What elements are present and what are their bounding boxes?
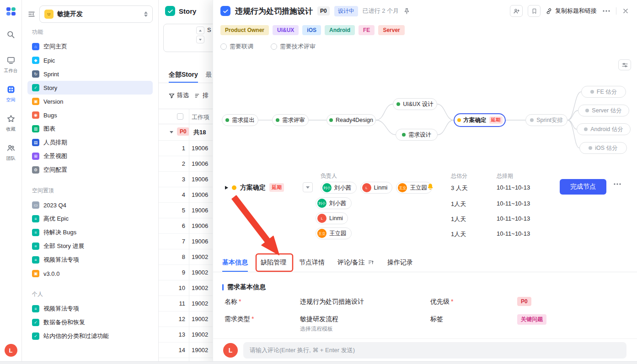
sidebar-item[interactable]: ⊞全景视图	[27, 149, 153, 163]
sidebar-item[interactable]: ▥图表	[27, 122, 153, 136]
workflow-node[interactable]: 需求提出	[222, 114, 258, 126]
stepper-down-icon[interactable]	[196, 36, 204, 43]
table-row[interactable]: 919002	[159, 265, 213, 280]
detail-tab-3[interactable]: 评论/备注	[337, 254, 375, 272]
sort-order-icon[interactable]	[368, 259, 375, 266]
complete-node-button[interactable]: 完成节点	[560, 179, 606, 195]
chevron-down-icon[interactable]	[170, 131, 173, 133]
workflow-node[interactable]: FE 估分	[581, 86, 626, 98]
sidebar-item[interactable]: ≡高优 Epic	[27, 212, 153, 226]
user-avatar[interactable]: L	[5, 344, 17, 357]
sidebar-item[interactable]: ✓站内信的分类和过滤功能	[27, 329, 153, 343]
select-all-checkbox[interactable]	[177, 113, 183, 120]
option-checkbox[interactable]: 需要联调	[220, 42, 253, 51]
type-field-value[interactable]: 敏捷研发流程	[300, 315, 338, 323]
assignee-pill[interactable]: LLinmi	[316, 212, 348, 224]
detail-tab-2[interactable]: 节点详情	[299, 254, 325, 272]
rail-item-team[interactable]: 团队	[6, 143, 16, 162]
search-icon[interactable]	[6, 30, 15, 40]
sidebar-item[interactable]: ≡视频算法专项	[27, 253, 153, 267]
sidebar-item[interactable]: ✓数据备份和恢复	[27, 316, 153, 329]
table-row[interactable]: 319006	[159, 172, 213, 187]
comment-input[interactable]	[243, 342, 626, 359]
sidebar-item[interactable]: ≡视频算法专项	[27, 302, 153, 316]
sidebar-item[interactable]: ⌂空间主页	[27, 40, 153, 53]
sprint-icon: ↻	[32, 70, 39, 78]
sidebar-item[interactable]: ↻Sprint	[27, 67, 153, 81]
workflow-node[interactable]: Android 估分	[577, 123, 631, 135]
type-field-hint[interactable]: 选择流程模板	[300, 325, 333, 333]
collapse-sidebar-icon[interactable]	[27, 10, 36, 18]
node-dropdown-button[interactable]	[303, 182, 313, 192]
app-logo[interactable]	[5, 6, 16, 18]
table-row[interactable]: 1219002	[159, 311, 213, 327]
add-member-button[interactable]	[510, 5, 523, 17]
workflow-settings-button[interactable]	[618, 59, 631, 70]
workflow-node[interactable]: Sprint安排	[525, 114, 567, 126]
sidebar-item[interactable]: ◆Epic	[27, 53, 153, 67]
expand-triangle-icon[interactable]	[225, 186, 228, 190]
workflow-node[interactable]: Ready4Design	[327, 114, 376, 126]
rail-item-space[interactable]: 空间	[6, 85, 16, 103]
tag-field-value[interactable]: 关键问题	[517, 314, 546, 325]
node-name-group[interactable]: 方案确定 延期	[225, 183, 284, 192]
detail-tab-0[interactable]: 基本信息	[222, 254, 248, 272]
bookmark-button[interactable]	[528, 5, 541, 17]
workflow-node[interactable]: 需求设计	[396, 129, 438, 141]
sidebar-item[interactable]: ▤人员排期	[27, 136, 153, 149]
horizontal-scrollbar[interactable]	[0, 361, 637, 364]
node-more-icon[interactable]	[614, 183, 621, 185]
sidebar-item[interactable]: ≡待解决 Bugs	[27, 226, 153, 239]
table-row[interactable]: 119006	[159, 141, 213, 156]
table-row[interactable]: 1119002	[159, 296, 213, 311]
workflow-node[interactable]: 方案确定延期	[454, 113, 506, 127]
filter-button[interactable]: 筛选	[169, 91, 189, 100]
row-id: 19002	[192, 285, 208, 291]
sort-button[interactable]: 排	[194, 91, 209, 100]
priority-group-row[interactable]: P0 共18	[159, 124, 213, 141]
sidebar-item[interactable]: ▣v3.0.0	[27, 267, 153, 280]
copy-link-button[interactable]: 复制标题和链接	[546, 7, 597, 15]
tab-all-story[interactable]: 全部Story	[169, 68, 198, 83]
rail-item-favorites[interactable]: 收藏	[6, 114, 16, 132]
table-row[interactable]: 819002	[159, 249, 213, 265]
table-row[interactable]: 1019002	[159, 280, 213, 296]
table-row[interactable]: 419006	[159, 187, 213, 203]
alert-bell-icon[interactable]	[426, 183, 434, 192]
assignee-pill[interactable]: LLinmi	[360, 182, 393, 194]
sidebar-item[interactable]: ◉Bugs	[27, 108, 153, 122]
sidebar-item[interactable]: ≡全部 Story 进展	[27, 239, 153, 253]
sidebar-item[interactable]: ▣Version	[27, 95, 153, 108]
sidebar-item[interactable]: ▭2023 Q4	[27, 198, 153, 212]
assignee-pill[interactable]: 王立王立园	[316, 227, 352, 239]
workspace-switcher[interactable]: 敏捷开发	[39, 5, 153, 23]
node-label: 需求提出	[232, 116, 255, 124]
workflow-node[interactable]: 需求评审	[272, 114, 309, 126]
table-row[interactable]: 719006	[159, 234, 213, 249]
table-row[interactable]: 1419002	[159, 343, 213, 358]
table-row[interactable]: 1319002	[159, 327, 213, 343]
sidebar-item[interactable]: ⚙空间配置	[27, 163, 153, 177]
more-actions-icon[interactable]	[602, 9, 611, 13]
close-icon[interactable]	[621, 7, 630, 15]
workflow-node[interactable]: iOS 估分	[579, 142, 627, 154]
option-checkbox[interactable]: 需要技术评审	[271, 42, 316, 51]
assignee-pill[interactable]: 刘小刘小茜	[316, 197, 352, 209]
priority-field-value[interactable]: P0	[517, 297, 531, 306]
story-icon: ✓	[32, 319, 39, 326]
assignee-pill[interactable]: 刘小刘小茜	[321, 182, 357, 194]
rail-item-label: 收藏	[6, 126, 16, 132]
pin-icon[interactable]	[403, 8, 410, 15]
tab-clipped[interactable]: 最	[206, 68, 212, 83]
detail-tab-4[interactable]: 操作记录	[387, 254, 413, 272]
detail-tab-1[interactable]: 缺陷管理	[261, 254, 286, 272]
table-row[interactable]: 519006	[159, 203, 213, 218]
workflow-node[interactable]: Server 估分	[578, 105, 629, 116]
name-field-value[interactable]: 违规行为处罚措施设计	[300, 298, 364, 306]
sidebar-item[interactable]: ✓Story	[27, 81, 153, 95]
workflow-node[interactable]: UI&UX 设计	[393, 98, 437, 110]
rail-item-workbench[interactable]: 工作台	[4, 56, 18, 74]
stepper-up-icon[interactable]	[196, 26, 204, 34]
table-row[interactable]: 619006	[159, 218, 213, 234]
table-row[interactable]: 219006	[159, 156, 213, 172]
